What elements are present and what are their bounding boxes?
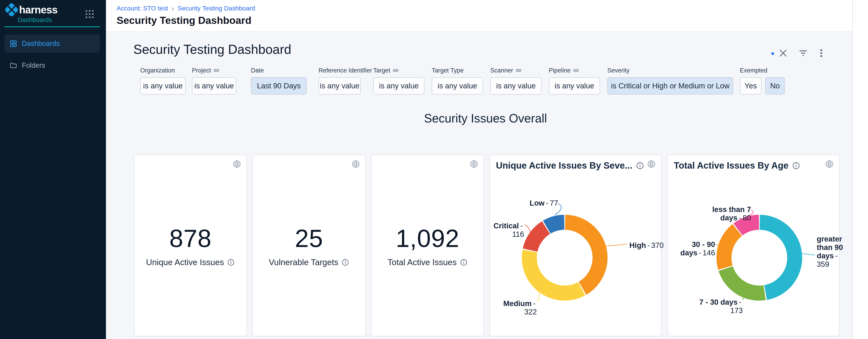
filter-severity: Severity is Critical or High or Medium o… xyxy=(607,66,733,94)
filter-label: Pipeline xyxy=(549,67,570,74)
slice-label-low: Low-77 xyxy=(520,199,558,207)
kebab-menu-icon[interactable] xyxy=(816,48,827,59)
slice-label-high: High-370 xyxy=(629,241,663,250)
filter-label: Severity xyxy=(607,67,629,74)
filter-label: Scanner xyxy=(490,67,513,74)
link-icon xyxy=(516,67,522,74)
filter-target: Target is any value xyxy=(373,66,425,94)
sidebar-item-dashboards[interactable]: Dashboards xyxy=(4,34,100,53)
link-icon xyxy=(573,67,579,74)
globe-icon xyxy=(647,160,656,169)
dashboard-title: Security Testing Dashboard xyxy=(133,42,291,57)
filter-label: Target Type xyxy=(432,67,464,74)
sidebar: harness Dashboards Dashboards Folders xyxy=(0,0,106,339)
metric-label: Total Active Issues xyxy=(388,258,457,267)
filter-label: Reference Identifier xyxy=(318,67,372,74)
filter-pipeline-value[interactable]: is any value xyxy=(549,77,600,94)
filter-pipeline: Pipeline is any value xyxy=(549,66,600,94)
dashboard-content: Security Testing Dashboard Organization … xyxy=(106,32,852,339)
severity-donut-chart[interactable] xyxy=(522,215,608,301)
sidebar-item-folders[interactable]: Folders xyxy=(4,56,100,75)
filter-date: Date Last 90 Days xyxy=(251,66,307,94)
filter-scanner: Scanner is any value xyxy=(490,66,541,94)
close-icon[interactable] xyxy=(778,48,788,59)
filter-date-value[interactable]: Last 90 Days xyxy=(251,77,307,94)
filter-severity-value[interactable]: is Critical or High or Medium or Low xyxy=(607,77,733,94)
folder-icon xyxy=(9,62,17,69)
filter-label: Date xyxy=(251,67,264,74)
filter-reference-identifier-value[interactable]: is any value xyxy=(318,77,361,94)
link-icon xyxy=(393,67,399,74)
right-gutter xyxy=(852,0,868,339)
filter-exempted: Exempted Yes No xyxy=(740,66,785,94)
breadcrumb: Account: STO test › Security Testing Das… xyxy=(117,4,255,12)
info-icon[interactable] xyxy=(636,162,644,170)
filter-target-type-value[interactable]: is any value xyxy=(432,77,483,94)
harness-logo-icon[interactable] xyxy=(4,2,19,17)
dashboards-icon xyxy=(9,40,17,48)
info-icon[interactable] xyxy=(227,259,235,266)
breadcrumb-page-link[interactable]: Security Testing Dashboard xyxy=(178,5,255,12)
info-icon[interactable] xyxy=(460,259,468,266)
link-icon xyxy=(213,67,220,74)
exempted-yes-button[interactable]: Yes xyxy=(740,77,762,94)
filter-organization: Organization is any value xyxy=(140,66,186,94)
filter-reference-identifier: Reference Identifier is any value xyxy=(318,66,361,94)
filter-label: Organization xyxy=(140,67,175,74)
slice-label-critical: Critical-116 xyxy=(490,222,524,238)
filter-label: Target xyxy=(373,67,390,74)
app-switcher-grid-icon[interactable] xyxy=(86,10,94,19)
metric-label: Vulnerable Targets xyxy=(269,258,338,267)
filter-label: Exempted xyxy=(740,67,768,74)
chart-card-issues-by-age: Total Active Issues By Age less than 7 d… xyxy=(668,154,839,336)
age-donut-chart[interactable] xyxy=(716,215,802,301)
metric-card-total-active-issues: 1,092 Total Active Issues xyxy=(371,154,484,336)
globe-icon xyxy=(825,160,834,169)
info-icon[interactable] xyxy=(341,259,349,266)
brand-name: harness xyxy=(19,4,57,16)
slice-label-less-than-7-days: less than 7 days-80 xyxy=(695,205,751,222)
chart-card-issues-by-severity: Unique Active Issues By Seve... Low-77 C… xyxy=(490,154,661,336)
filter-organization-value[interactable]: is any value xyxy=(140,77,186,94)
slice-label-medium: Medium-322 xyxy=(497,300,537,316)
slice-label-greater-than-90-days: greater than 90 days-359 xyxy=(817,235,843,269)
sidebar-item-label: Dashboards xyxy=(22,39,60,48)
top-header: Account: STO test › Security Testing Das… xyxy=(106,0,852,32)
filter-label: Project xyxy=(192,67,211,74)
sidebar-item-label: Folders xyxy=(22,61,45,69)
filter-target-value[interactable]: is any value xyxy=(373,77,425,94)
page-title: Security Testing Dashboard xyxy=(117,15,251,26)
breadcrumb-chevron-icon: › xyxy=(172,4,174,12)
sidebar-divider xyxy=(4,26,100,27)
section-heading: Security Issues Overall xyxy=(106,111,865,125)
slice-label-30-90-days: 30 - 90 days-146 xyxy=(668,241,715,257)
filter-project: Project is any value xyxy=(192,66,237,94)
metric-value: 25 xyxy=(295,224,323,253)
info-icon[interactable] xyxy=(792,162,800,170)
chart-title: Total Active Issues By Age xyxy=(674,161,788,171)
metric-value: 878 xyxy=(169,224,212,253)
module-label: Dashboards xyxy=(18,16,52,24)
breadcrumb-account-link[interactable]: Account: STO test xyxy=(117,5,168,12)
filter-icon[interactable] xyxy=(798,48,809,59)
metric-value: 1,092 xyxy=(396,224,459,253)
exempted-no-button[interactable]: No xyxy=(765,77,785,94)
metric-label: Unique Active Issues xyxy=(146,258,224,267)
metric-card-vulnerable-targets: 25 Vulnerable Targets xyxy=(252,154,366,336)
filter-project-value[interactable]: is any value xyxy=(192,77,237,94)
slice-label-7-30-days: 7 - 30 days-173 xyxy=(695,298,743,315)
pointer-dot xyxy=(771,52,774,55)
metric-card-unique-active-issues: 878 Unique Active Issues xyxy=(134,154,247,336)
filter-scanner-value[interactable]: is any value xyxy=(490,77,541,94)
filter-target-type: Target Type is any value xyxy=(432,66,483,94)
chart-title: Unique Active Issues By Seve... xyxy=(496,161,632,171)
